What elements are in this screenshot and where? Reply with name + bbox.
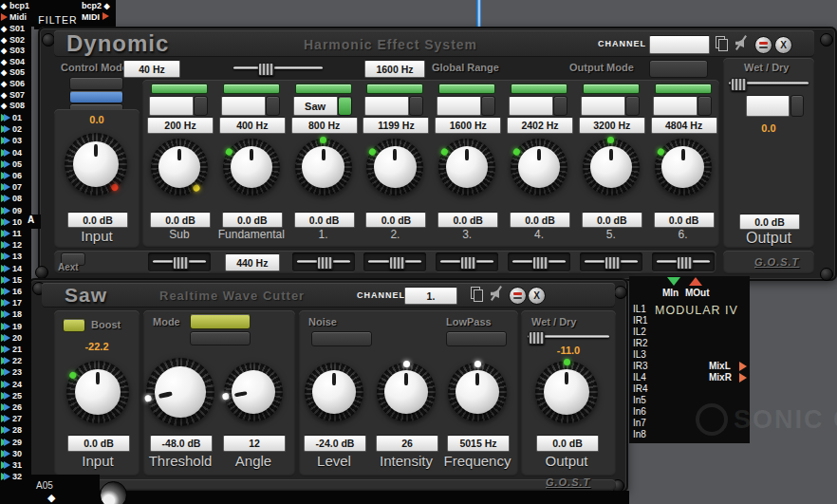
- sidebar-item-bcp1[interactable]: ◆bcp1: [1, 1, 31, 11]
- rack-knob[interactable]: [100, 481, 127, 504]
- dynomic-input-knob[interactable]: [65, 133, 127, 196]
- port-bcp2[interactable]: bcp2 ◆: [82, 1, 110, 10]
- saw-wetdry-slider[interactable]: [528, 331, 609, 343]
- modular-port-IL2[interactable]: IL2: [633, 327, 646, 337]
- modular-port-IR3[interactable]: IR3: [633, 361, 648, 371]
- band-slider-thumb[interactable]: [389, 256, 405, 270]
- band-active-bar[interactable]: [151, 84, 208, 94]
- band-active-bar[interactable]: [295, 84, 352, 94]
- global-high-display[interactable]: 1600 Hz: [364, 60, 425, 78]
- sidebar-item-S02[interactable]: ◆S02: [1, 35, 31, 46]
- band-slider-thumb[interactable]: [604, 256, 621, 270]
- sidebar-item-20[interactable]: 20: [1, 333, 31, 344]
- sidebar-item-08[interactable]: 08: [1, 194, 31, 204]
- band-db-display[interactable]: 0.0 dB: [582, 212, 642, 228]
- band-slider[interactable]: [153, 256, 206, 268]
- band-wave-button[interactable]: [194, 96, 208, 116]
- band-freq-display[interactable]: 800 Hz: [291, 117, 358, 134]
- band-db-display[interactable]: 0.0 dB: [222, 212, 283, 228]
- sidebar-item-31[interactable]: 31: [1, 460, 31, 471]
- saw-threshold-knob[interactable]: [146, 358, 214, 426]
- band-slider[interactable]: [440, 256, 493, 268]
- modular-port-IR4[interactable]: IR4: [633, 383, 648, 394]
- band-wave-select[interactable]: [437, 96, 481, 116]
- sidebar-item-01[interactable]: 01: [1, 113, 31, 123]
- sidebar-item-25[interactable]: 25: [1, 391, 31, 401]
- band-wave-select[interactable]: [581, 96, 625, 116]
- sidebar-item-05[interactable]: 05: [1, 159, 31, 170]
- modular-port-In5[interactable]: In5: [633, 395, 646, 405]
- dynomic-input-db-display[interactable]: 0.0 dB: [67, 212, 128, 228]
- band-wave-select[interactable]: Saw: [293, 96, 338, 116]
- saw-knob-value-display[interactable]: 0.0 dB: [536, 435, 599, 452]
- band-active-bar[interactable]: [366, 84, 423, 94]
- sidebar-item-S05[interactable]: ◆S05: [1, 67, 31, 78]
- band-db-display[interactable]: 0.0 dB: [150, 212, 211, 228]
- control-mode-option-2-selected[interactable]: [69, 90, 123, 103]
- sidebar-item-04[interactable]: 04: [1, 148, 31, 159]
- band-wave-select[interactable]: [509, 96, 553, 116]
- sidebar-item-14[interactable]: 14: [1, 264, 31, 274]
- saw-knob-value-display[interactable]: -24.0 dB: [304, 435, 366, 452]
- mute-icon[interactable]: [489, 286, 504, 302]
- sidebar-item-S07[interactable]: ◆S07: [1, 90, 31, 101]
- band-wave-button[interactable]: [409, 96, 423, 116]
- band-knob-2[interactable]: [223, 139, 280, 196]
- band-knob-8[interactable]: [655, 139, 712, 196]
- band-active-bar[interactable]: [223, 84, 280, 94]
- lowpass-button[interactable]: [446, 331, 507, 346]
- band-knob-1[interactable]: [151, 139, 208, 196]
- dynomic-wetdry-display[interactable]: [746, 95, 790, 117]
- saw-intensity-knob[interactable]: [377, 363, 436, 421]
- sidebar-item-17[interactable]: 17: [1, 298, 31, 308]
- band-slider[interactable]: [368, 256, 421, 268]
- modular-port-In6[interactable]: In6: [633, 406, 646, 417]
- band-slider-thumb[interactable]: [460, 256, 476, 270]
- noise-button[interactable]: [311, 331, 372, 346]
- saw-knob-value-display[interactable]: 12: [223, 435, 286, 452]
- sidebar-item-30[interactable]: 30: [1, 449, 31, 459]
- dynomic-channel-input[interactable]: [649, 35, 710, 54]
- band-db-display[interactable]: 0.0 dB: [654, 212, 715, 228]
- saw-knob-value-display[interactable]: 0.0 dB: [67, 435, 130, 452]
- tune-display[interactable]: 440 Hz: [225, 253, 280, 271]
- sidebar-item-midi[interactable]: Midi: [1, 12, 31, 23]
- dynomic-wetdry-button[interactable]: [790, 95, 804, 117]
- band-slider-thumb[interactable]: [532, 256, 549, 270]
- sidebar-item-16[interactable]: 16: [1, 287, 31, 297]
- output-mode-button[interactable]: [649, 60, 708, 78]
- mode-option-2[interactable]: [190, 331, 251, 345]
- port-midi-out[interactable]: MIDI: [82, 12, 109, 22]
- sidebar-item-S06[interactable]: ◆S06: [1, 79, 31, 89]
- mode-option-1-selected[interactable]: [190, 313, 251, 329]
- saw-input-knob[interactable]: [66, 361, 129, 423]
- mute-icon[interactable]: [734, 35, 749, 51]
- midi-in-arrow-icon[interactable]: [667, 277, 680, 286]
- band-db-display[interactable]: 0.0 dB: [510, 212, 570, 228]
- sidebar-item-S08[interactable]: ◆S08: [1, 101, 31, 111]
- band-knob-4[interactable]: [366, 139, 423, 196]
- band-db-display[interactable]: 0.0 dB: [365, 212, 426, 228]
- band-wave-button[interactable]: [481, 96, 495, 116]
- band-freq-display[interactable]: 3200 Hz: [579, 117, 645, 134]
- minimize-button[interactable]: [754, 36, 772, 54]
- band-wave-select[interactable]: [653, 96, 698, 116]
- sidebar-item-S04[interactable]: ◆S04: [1, 57, 31, 67]
- copy-icon[interactable]: [716, 36, 729, 51]
- sidebar-item-15[interactable]: 15: [1, 275, 31, 286]
- modular-port-In8[interactable]: In8: [633, 429, 646, 439]
- band-slider[interactable]: [297, 256, 350, 268]
- band-active-bar[interactable]: [655, 84, 712, 94]
- global-low-display[interactable]: 40 Hz: [123, 60, 180, 78]
- dynomic-wetdry-slider[interactable]: [729, 78, 809, 89]
- band-knob-7[interactable]: [583, 139, 640, 196]
- close-button[interactable]: X: [774, 36, 792, 54]
- close-button[interactable]: X: [528, 287, 546, 305]
- saw-level-knob[interactable]: [305, 363, 363, 421]
- band-wave-select[interactable]: [149, 96, 194, 116]
- control-mode-option-1[interactable]: [69, 77, 123, 90]
- dynomic-output-db-display[interactable]: 0.0 dB: [739, 214, 800, 230]
- modular-port-IL4[interactable]: IL4: [633, 372, 646, 383]
- band-active-bar[interactable]: [583, 84, 640, 94]
- modular-port-IR2[interactable]: IR2: [633, 338, 648, 348]
